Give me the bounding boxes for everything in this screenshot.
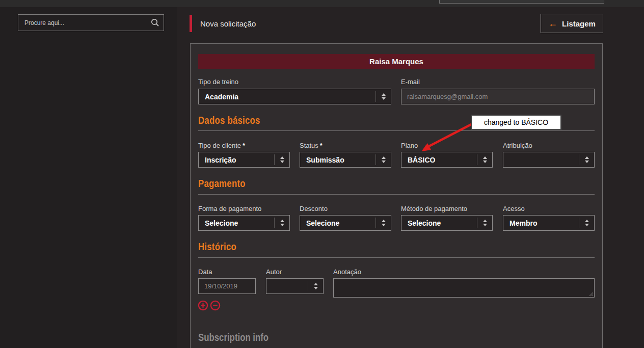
spinner-icon <box>375 218 391 228</box>
section-title-historico: Histórico <box>198 240 236 253</box>
add-row-icon[interactable] <box>198 300 208 311</box>
metodo-pagamento-select[interactable]: Selecione <box>401 215 493 231</box>
status-select[interactable]: Submissão <box>300 152 391 168</box>
acesso-select[interactable]: Membro <box>503 215 595 231</box>
section-title-subscription-info: Subscription info <box>198 331 269 343</box>
anotacao-label: Anotação <box>333 268 361 276</box>
acesso-value: Membro <box>503 219 579 227</box>
tipo-de-treino-label: Tipo de treino <box>198 78 238 86</box>
tipo-de-cliente-value: Inscrição <box>199 156 274 164</box>
forma-pagamento-value: Selecione <box>199 219 274 227</box>
spinner-icon <box>579 154 594 165</box>
autor-label: Autor <box>266 268 282 276</box>
email-field[interactable] <box>401 89 595 104</box>
plano-value: BÁSICO <box>401 156 477 164</box>
status-label: Status* <box>300 142 323 149</box>
section-title-pagamento: Pagamento <box>198 177 246 190</box>
spinner-icon <box>308 281 323 291</box>
client-name-header: Raisa Marques <box>198 54 595 69</box>
spinner-icon <box>375 91 391 102</box>
atribuicao-select[interactable] <box>503 152 595 168</box>
spinner-icon <box>579 218 594 228</box>
desconto-label: Desconto <box>300 205 328 212</box>
desconto-select[interactable]: Selecione <box>300 215 391 231</box>
metodo-pagamento-label: Método de pagamento <box>401 205 467 212</box>
atribuicao-label: Atribuição <box>503 142 534 149</box>
forma-pagamento-select[interactable]: Selecione <box>198 215 290 231</box>
section-title-dados-basicos: Dados básicos <box>198 114 260 126</box>
desconto-value: Selecione <box>300 219 375 227</box>
spinner-icon <box>477 218 492 228</box>
page-title: Nova solicitação <box>200 15 256 32</box>
sidebar <box>0 7 177 348</box>
forma-pagamento-label: Forma de pagamento <box>198 205 261 212</box>
remove-row-icon[interactable] <box>210 300 221 311</box>
tipo-de-cliente-label: Tipo de cliente* <box>198 142 245 149</box>
app-window: Nova solicitação ← Listagem Raisa Marque… <box>0 0 644 348</box>
search-input[interactable] <box>18 19 146 26</box>
metodo-pagamento-value: Selecione <box>401 219 477 227</box>
listagem-button-label: Listagem <box>562 19 596 28</box>
topbar-partial-element <box>439 0 604 4</box>
spinner-icon <box>274 154 289 165</box>
status-value: Submissão <box>300 156 375 164</box>
section-divider <box>198 130 595 131</box>
acesso-label: Acesso <box>503 205 525 212</box>
tipo-de-cliente-select[interactable]: Inscrição <box>198 152 290 168</box>
tipo-de-treino-value: Academia <box>199 93 375 101</box>
tipo-de-treino-select[interactable]: Academia <box>198 89 391 104</box>
title-accent-bar <box>190 15 192 32</box>
section-divider <box>198 194 595 195</box>
search-box[interactable] <box>18 14 164 31</box>
listagem-button[interactable]: ← Listagem <box>541 14 603 33</box>
annotation-callout: changed to BÁSICO <box>471 115 561 130</box>
back-arrow-icon: ← <box>548 19 557 28</box>
autor-select[interactable] <box>266 278 324 294</box>
section-divider <box>198 257 595 258</box>
data-field[interactable] <box>198 278 256 294</box>
data-label: Data <box>198 268 212 276</box>
anotacao-textarea[interactable] <box>333 278 595 298</box>
search-icon[interactable] <box>146 15 164 31</box>
email-label: E-mail <box>401 78 420 86</box>
spinner-icon <box>477 154 492 165</box>
top-bar <box>0 0 644 7</box>
spinner-icon <box>274 218 289 228</box>
spinner-icon <box>375 154 391 165</box>
